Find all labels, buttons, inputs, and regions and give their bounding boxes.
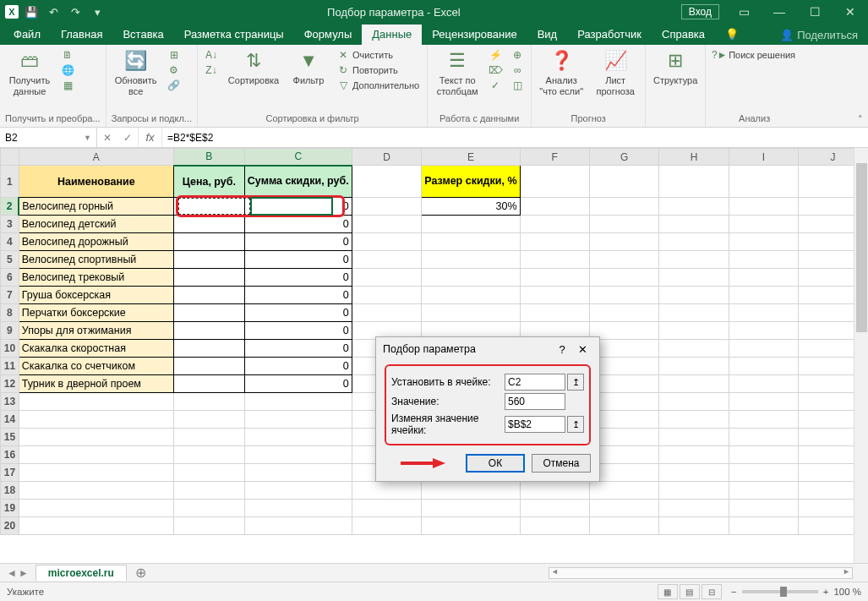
sheet-nav-prev-icon[interactable]: ◄ [7, 567, 17, 579]
cell[interactable] [729, 393, 798, 411]
cell[interactable] [729, 411, 798, 429]
cell[interactable] [244, 393, 352, 411]
col-header[interactable]: D [352, 149, 421, 166]
minimize-icon[interactable]: — [762, 0, 797, 24]
cell[interactable] [659, 517, 729, 535]
formula-input[interactable]: =B2*$E$2 [162, 128, 868, 147]
cell[interactable] [422, 233, 520, 251]
cell[interactable]: Велосипед детский [19, 216, 173, 233]
reapply-button[interactable]: ↻Повторить [335, 63, 422, 77]
cell[interactable]: 0 [244, 340, 352, 358]
cell[interactable]: Упоры для отжимания [19, 322, 173, 340]
row-header[interactable]: 12 [1, 375, 19, 393]
cell[interactable]: 30% [422, 198, 520, 216]
cell[interactable] [422, 269, 520, 287]
cell[interactable] [659, 340, 729, 358]
cell[interactable] [244, 429, 352, 446]
cell[interactable] [729, 482, 798, 500]
remove-dup-icon[interactable]: ⌦ [487, 63, 504, 77]
cell[interactable] [589, 287, 659, 304]
cell[interactable]: 0 [244, 304, 352, 322]
cell[interactable] [244, 500, 352, 517]
cell[interactable] [729, 429, 798, 446]
cell[interactable] [520, 482, 589, 500]
cell[interactable] [520, 166, 589, 198]
cell[interactable] [729, 446, 798, 464]
cell[interactable] [589, 166, 659, 198]
cell[interactable] [19, 500, 173, 517]
cell[interactable] [520, 233, 589, 251]
cell[interactable] [352, 216, 421, 233]
cell[interactable] [659, 198, 729, 216]
cell[interactable] [173, 517, 244, 535]
row-header[interactable]: 3 [1, 216, 19, 233]
cell[interactable]: Наименование [19, 166, 173, 198]
cell[interactable] [422, 500, 520, 517]
cell[interactable] [659, 393, 729, 411]
cell[interactable] [19, 517, 173, 535]
tab-page-layout[interactable]: Разметка страницы [174, 25, 294, 45]
cell[interactable] [352, 251, 421, 269]
cell[interactable] [19, 446, 173, 464]
dialog-help-icon[interactable]: ? [552, 343, 572, 356]
cell[interactable] [729, 517, 798, 535]
cell[interactable] [520, 198, 589, 216]
cell[interactable] [173, 233, 244, 251]
cell[interactable]: 0 [244, 198, 352, 216]
cell[interactable] [659, 375, 729, 393]
cell[interactable]: 0 [244, 287, 352, 304]
cell[interactable]: Перчатки боксерские [19, 304, 173, 322]
row-header[interactable]: 1 [1, 166, 19, 198]
tab-data[interactable]: Данные [362, 25, 422, 45]
range-picker-icon[interactable]: ↥ [567, 416, 584, 433]
cell[interactable]: Велосипед спортивный [19, 251, 173, 269]
cell[interactable] [659, 500, 729, 517]
cell[interactable]: 0 [244, 251, 352, 269]
cell[interactable] [422, 251, 520, 269]
what-if-button[interactable]: ❓Анализ "что если" [537, 48, 586, 96]
changing-cell-input[interactable] [505, 416, 565, 433]
cell[interactable] [729, 464, 798, 482]
cell[interactable] [352, 166, 421, 198]
cell[interactable]: Цена, руб. [173, 166, 244, 198]
cell[interactable] [422, 287, 520, 304]
cell[interactable] [659, 446, 729, 464]
cell[interactable] [19, 393, 173, 411]
cell[interactable] [659, 251, 729, 269]
cell[interactable] [19, 411, 173, 429]
zoom-in-icon[interactable]: + [823, 587, 829, 597]
cell[interactable] [520, 287, 589, 304]
cell[interactable]: Скакалка со счетчиком [19, 358, 173, 375]
cell[interactable]: 0 [244, 322, 352, 340]
tab-formulas[interactable]: Формулы [294, 25, 363, 45]
cell[interactable] [173, 198, 244, 216]
cell[interactable] [520, 216, 589, 233]
cell[interactable]: Груша боксерская [19, 287, 173, 304]
cell[interactable] [729, 340, 798, 358]
qat-customize-icon[interactable]: ▾ [88, 3, 106, 21]
cell[interactable] [173, 482, 244, 500]
row-header[interactable]: 16 [1, 446, 19, 464]
share-button[interactable]: 👤Поделиться [770, 25, 868, 45]
row-header[interactable]: 10 [1, 340, 19, 358]
cell[interactable]: Сумма скидки, руб. [244, 166, 352, 198]
cell[interactable] [520, 517, 589, 535]
select-all-corner[interactable] [1, 149, 19, 166]
cell[interactable] [589, 517, 659, 535]
row-header[interactable]: 8 [1, 304, 19, 322]
cell[interactable] [173, 304, 244, 322]
cell[interactable] [589, 198, 659, 216]
tab-insert[interactable]: Вставка [112, 25, 173, 45]
to-value-input[interactable] [505, 393, 565, 410]
row-header[interactable]: 13 [1, 393, 19, 411]
page-layout-view-icon[interactable]: ▤ [680, 584, 700, 599]
row-header[interactable]: 20 [1, 517, 19, 535]
cell[interactable] [659, 358, 729, 375]
cell[interactable] [520, 269, 589, 287]
cell[interactable] [659, 464, 729, 482]
get-data-button[interactable]: 🗃Получить данные [5, 48, 54, 96]
cell[interactable] [352, 233, 421, 251]
cell[interactable]: 0 [244, 216, 352, 233]
tab-home[interactable]: Главная [51, 25, 112, 45]
cell[interactable] [352, 517, 421, 535]
